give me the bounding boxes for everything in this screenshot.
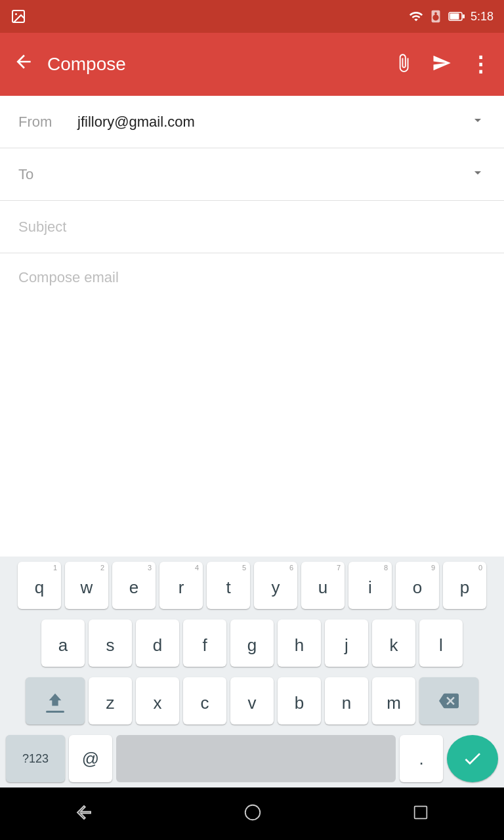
from-chevron[interactable] — [470, 112, 486, 132]
key-d[interactable]: d — [136, 620, 179, 667]
back-button[interactable] — [13, 51, 34, 77]
from-label: From — [18, 114, 77, 131]
key-e-num: 3 — [148, 564, 152, 572]
at-key[interactable]: @ — [69, 735, 112, 782]
key-g-letter: g — [247, 637, 257, 654]
key-m[interactable]: m — [372, 677, 415, 724]
compose-row[interactable]: Compose email — [0, 253, 504, 345]
key-o-num: 9 — [431, 564, 435, 572]
send-icon[interactable] — [432, 53, 452, 75]
key-f[interactable]: f — [183, 620, 226, 667]
nav-recents-button[interactable] — [411, 803, 430, 824]
shift-icon — [46, 690, 64, 708]
key-t[interactable]: 5 t — [207, 562, 250, 609]
period-label: . — [419, 749, 423, 769]
keyboard-row-4: ?123 @ . — [0, 730, 504, 788]
compose-placeholder[interactable]: Compose email — [18, 269, 119, 286]
to-chevron[interactable] — [470, 165, 486, 184]
key-e[interactable]: 3 e — [112, 562, 156, 609]
key-h[interactable]: h — [278, 620, 321, 667]
key-u-letter: u — [318, 579, 327, 596]
nav-home-button[interactable] — [243, 803, 262, 825]
key-z-letter: z — [106, 694, 115, 711]
app-bar-actions: ⋮ — [394, 52, 491, 77]
status-bar-right: 5:18 — [409, 9, 494, 24]
attach-icon[interactable] — [394, 53, 413, 75]
key-p-num: 0 — [478, 564, 482, 572]
enter-key[interactable] — [447, 735, 498, 782]
num-toggle-label: ?123 — [22, 752, 49, 766]
backspace-key[interactable] — [419, 677, 478, 724]
key-c[interactable]: c — [183, 677, 226, 724]
key-n-letter: n — [342, 694, 351, 711]
key-u[interactable]: 7 u — [301, 562, 345, 609]
app-bar: Compose ⋮ — [0, 33, 504, 96]
svg-point-1 — [15, 13, 17, 15]
subject-placeholder[interactable]: Subject — [18, 219, 486, 236]
svg-point-5 — [245, 805, 261, 820]
key-x-letter: x — [154, 694, 162, 711]
key-v[interactable]: v — [230, 677, 274, 724]
from-value: jfillory@gmail.com — [77, 114, 470, 131]
key-l[interactable]: l — [419, 620, 463, 667]
at-label: @ — [82, 749, 99, 769]
key-a[interactable]: a — [41, 620, 85, 667]
key-p-letter: p — [460, 579, 469, 596]
key-s[interactable]: s — [89, 620, 132, 667]
key-i[interactable]: 8 i — [348, 562, 392, 609]
keyboard-row-2: a s d f g h j k l — [0, 614, 504, 672]
key-q-letter: q — [35, 579, 44, 596]
keyboard: 1 q 2 w 3 e 4 r 5 t 6 y 7 u 8 i — [0, 556, 504, 788]
signal-icon — [429, 9, 443, 24]
key-b-letter: b — [295, 694, 304, 711]
wifi-icon — [409, 9, 423, 24]
key-n[interactable]: n — [325, 677, 368, 724]
key-o[interactable]: 9 o — [396, 562, 439, 609]
key-q-num: 1 — [53, 564, 57, 572]
key-t-letter: t — [226, 579, 230, 596]
key-o-letter: o — [413, 579, 422, 596]
key-p[interactable]: 0 p — [443, 562, 486, 609]
key-r[interactable]: 4 r — [159, 562, 203, 609]
period-key[interactable]: . — [400, 735, 443, 782]
key-b[interactable]: b — [278, 677, 321, 724]
svg-rect-6 — [414, 807, 427, 819]
key-z[interactable]: z — [89, 677, 132, 724]
key-g[interactable]: g — [230, 620, 274, 667]
key-v-letter: v — [248, 694, 257, 711]
key-x[interactable]: x — [136, 677, 179, 724]
key-k[interactable]: k — [372, 620, 415, 667]
more-icon[interactable]: ⋮ — [470, 52, 491, 77]
key-y[interactable]: 6 y — [254, 562, 297, 609]
space-key[interactable] — [116, 735, 396, 782]
key-w[interactable]: 2 w — [65, 562, 108, 609]
nav-bar — [0, 788, 504, 840]
status-bar: 5:18 — [0, 0, 504, 33]
key-j-letter: j — [345, 637, 348, 654]
key-q[interactable]: 1 q — [18, 562, 61, 609]
key-w-num: 2 — [100, 564, 104, 572]
num-toggle-key[interactable]: ?123 — [6, 735, 65, 782]
key-y-num: 6 — [289, 564, 293, 572]
check-icon — [462, 748, 483, 769]
battery-icon — [448, 9, 465, 24]
key-w-letter: w — [81, 579, 93, 596]
key-r-letter: r — [178, 579, 184, 596]
from-row: From jfillory@gmail.com — [0, 96, 504, 148]
svg-rect-4 — [463, 14, 465, 18]
status-time: 5:18 — [471, 10, 494, 24]
key-t-num: 5 — [242, 564, 246, 572]
email-form: From jfillory@gmail.com To Subject Compo… — [0, 96, 504, 345]
subject-row[interactable]: Subject — [0, 201, 504, 253]
key-y-letter: y — [272, 579, 280, 596]
shift-key[interactable] — [26, 677, 85, 724]
backspace-icon — [439, 691, 459, 711]
key-m-letter: m — [387, 694, 401, 711]
key-k-letter: k — [390, 637, 398, 654]
key-d-letter: d — [153, 637, 162, 654]
key-u-num: 7 — [337, 564, 341, 572]
key-i-num: 8 — [384, 564, 388, 572]
nav-back-button[interactable] — [74, 803, 94, 825]
to-row[interactable]: To — [0, 148, 504, 201]
key-j[interactable]: j — [325, 620, 368, 667]
